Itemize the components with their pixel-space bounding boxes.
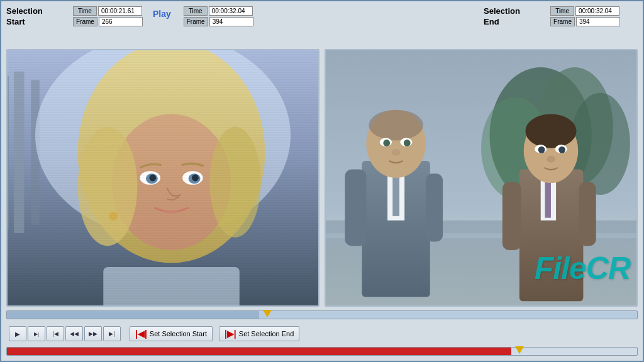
svg-point-48 [558, 146, 565, 153]
svg-rect-42 [545, 182, 551, 218]
end-frame-label: Frame [550, 17, 575, 26]
svg-rect-39 [426, 173, 443, 241]
svg-rect-17 [103, 267, 240, 305]
scrubber-thumb [515, 346, 524, 354]
svg-point-15 [149, 175, 156, 182]
video-area: FileCR [4, 49, 640, 307]
svg-rect-4 [14, 72, 24, 233]
scrubber-track[interactable] [6, 347, 638, 356]
svg-point-44 [525, 114, 576, 148]
set-start-label: Set Selection Start [150, 330, 207, 337]
selection-end-time-frame: Time 00:00:32.04 Frame 394 [550, 6, 620, 26]
mid-time-label: Time [184, 6, 208, 16]
left-video-scene [8, 50, 318, 305]
step-start-icon: |◀ [52, 331, 58, 337]
step-start-button[interactable]: |◀ [47, 326, 64, 341]
mid-frame-value: 394 [209, 17, 253, 26]
left-video-panel [6, 49, 319, 307]
right-video-scene [326, 50, 636, 305]
step-end-button[interactable]: ▶| [103, 326, 121, 341]
playback-controls: ▶ ▶| |◀ ◀◀ ▶▶ ▶| [9, 326, 121, 341]
svg-point-18 [109, 212, 118, 221]
end-time-value: 00:00:32.04 [575, 6, 619, 16]
svg-rect-3 [8, 76, 9, 229]
svg-point-32 [369, 110, 423, 141]
end-frame-value: 394 [576, 17, 620, 26]
svg-point-16 [192, 175, 199, 182]
start-frame-value: 266 [99, 17, 143, 26]
selection-end-group: Selection End Time 00:00:32.04 Frame 394 [484, 5, 620, 28]
fast-forward-icon: ▶▶ [89, 331, 97, 337]
play-mark-icon: ▶| [34, 331, 39, 337]
main-window: Selection Start Time 00:00:21.61 Frame 2… [0, 0, 644, 362]
scrubber-fill [7, 348, 511, 355]
selection-end-label: Selection End [484, 6, 547, 28]
fast-forward-button[interactable]: ▶▶ [84, 326, 102, 341]
scrubber-area[interactable] [4, 346, 640, 358]
svg-point-35 [383, 140, 390, 146]
svg-point-49 [547, 156, 555, 163]
progress-fill [7, 311, 259, 319]
middle-time-group: Time 00:00:32.04 Frame 394 [184, 6, 253, 26]
progress-thumb [263, 310, 272, 317]
play-button[interactable]: ▶ [9, 326, 26, 341]
svg-point-10 [209, 127, 260, 238]
svg-point-36 [404, 140, 411, 146]
controls-bar: ▶ ▶| |◀ ◀◀ ▶▶ ▶| |◀| [4, 322, 640, 346]
svg-rect-50 [502, 182, 521, 250]
play-icon: ▶ [15, 331, 20, 337]
set-selection-start-button[interactable]: |◀| Set Selection Start [130, 326, 213, 341]
svg-rect-30 [392, 173, 399, 216]
selection-start-time-frame: Time 00:00:21.61 Frame 266 [73, 6, 143, 26]
end-time-label: Time [550, 6, 574, 16]
mid-frame-label: Frame [184, 17, 208, 26]
play-label[interactable]: Play [153, 9, 171, 19]
rewind-icon: ◀◀ [70, 331, 79, 337]
start-frame-label: Frame [73, 17, 97, 26]
svg-rect-38 [345, 169, 366, 246]
set-selection-end-button[interactable]: |▶| Set Selection End [219, 326, 299, 341]
set-start-marker-icon: |◀| [135, 329, 147, 339]
svg-point-9 [78, 127, 138, 246]
selection-start-label: Selection Start [6, 6, 69, 28]
mid-time-value: 00:00:32.04 [209, 6, 253, 16]
progress-area[interactable] [4, 309, 640, 322]
step-end-icon: ▶| [109, 331, 114, 337]
play-button-area[interactable]: Play [153, 5, 171, 19]
start-time-value: 00:00:21.61 [98, 6, 142, 16]
right-video-panel: FileCR [325, 49, 638, 307]
svg-rect-51 [579, 182, 596, 246]
start-time-label: Time [73, 6, 97, 16]
rewind-button[interactable]: ◀◀ [65, 326, 83, 341]
set-end-marker-icon: |▶| [225, 329, 236, 339]
progress-track[interactable] [6, 310, 638, 319]
svg-point-47 [538, 146, 545, 153]
svg-point-37 [392, 149, 401, 156]
top-bar: Selection Start Time 00:00:21.61 Frame 2… [4, 4, 640, 49]
selection-start-group: Selection Start Time 00:00:21.61 Frame 2… [6, 5, 143, 28]
set-end-label: Set Selection End [239, 330, 294, 337]
play-mark-button[interactable]: ▶| [28, 326, 45, 341]
